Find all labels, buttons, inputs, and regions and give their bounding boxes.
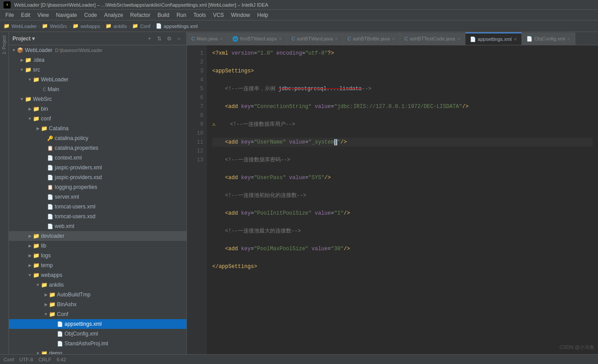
panel-sync-btn[interactable]: ⇅ bbox=[155, 35, 163, 43]
tab-close-btn[interactable]: ✕ bbox=[335, 36, 338, 41]
tab-close-btn[interactable]: ✕ bbox=[513, 37, 517, 42]
menu-item-navigate[interactable]: Navigate bbox=[53, 11, 81, 19]
breadcrumb-ankilis[interactable]: ankilis bbox=[113, 24, 127, 29]
toggle-icon: ▶ bbox=[27, 243, 33, 249]
tab-appsettings[interactable]: 📄 appsettings.xml ✕ bbox=[465, 32, 522, 45]
tree-ankilis[interactable]: ▼ 📁 ankilis bbox=[9, 280, 186, 290]
tree-label: WebLoader bbox=[25, 47, 53, 53]
menu-item-refactor[interactable]: Refactor bbox=[127, 11, 154, 19]
breadcrumb-websrc[interactable]: WebSrc bbox=[50, 24, 67, 29]
tree-label: appsettings.xml bbox=[65, 321, 101, 327]
tab-close-btn[interactable]: ✕ bbox=[279, 36, 282, 41]
tab-ashbtward[interactable]: C ashBTWard.java ✕ bbox=[287, 32, 343, 45]
tab-ashbtbottle[interactable]: C ashBTBottle.java ✕ bbox=[343, 32, 400, 45]
tree-label: AutoBuildTmp bbox=[57, 292, 90, 298]
tab-close-btn[interactable]: ✕ bbox=[219, 36, 223, 41]
project-panel-title: Project ▾ bbox=[12, 36, 144, 42]
tree-webloader-root[interactable]: ▼ 📦 WebLoader D:\jbasesvn\WebLoader bbox=[9, 45, 186, 55]
breadcrumb-webloader[interactable]: WebLoader bbox=[12, 24, 37, 29]
tab-frm[interactable]: 🌐 frmBTWard.aspx ✕ bbox=[228, 32, 287, 45]
folder-icon: 📁 bbox=[41, 350, 48, 354]
tree-label: web.xml bbox=[55, 223, 74, 229]
tree-label: catalina.properties bbox=[55, 145, 98, 151]
menu-item-code[interactable]: Code bbox=[81, 11, 101, 19]
tree-conf[interactable]: ▼ 📁 conf bbox=[9, 114, 186, 124]
menu-item-build[interactable]: Build bbox=[154, 11, 173, 19]
breadcrumb: 📁 WebLoader › 📁 WebSrc › 📁 webapps › 📁 a… bbox=[0, 20, 598, 32]
tree-tomcat-xsd[interactable]: ▶ 📄 tomcat-users.xsd bbox=[9, 212, 186, 221]
menu-item-tools[interactable]: Tools bbox=[190, 11, 210, 19]
tree-label: logging.properties bbox=[55, 184, 97, 190]
tree-standashx-iml[interactable]: ▶ 📄 StandAshxProj.iml bbox=[9, 339, 186, 348]
tree-jaspic-xml[interactable]: ▶ 📄 jaspic-providers.xml bbox=[9, 163, 186, 172]
tree-websrc[interactable]: ▼ 📁 WebSrc bbox=[9, 94, 186, 104]
menu-item-analyze[interactable]: Analyze bbox=[101, 11, 127, 19]
tree-webapps[interactable]: ▼ 📁 webapps bbox=[9, 270, 186, 280]
status-separator[interactable]: CRLF bbox=[38, 357, 51, 362]
toggle-icon: ▶ bbox=[27, 106, 33, 112]
java-tab-icon4: C bbox=[404, 36, 408, 41]
tree-tomcat-users[interactable]: ▶ 📄 tomcat-users.xml bbox=[9, 202, 186, 212]
tree-label: logs bbox=[41, 252, 51, 259]
tab-objconfig[interactable]: 📄 ObjConfig.xml ✕ bbox=[522, 32, 575, 45]
tree-server-xml[interactable]: ▶ 📄 server.xml bbox=[9, 192, 186, 202]
menu-item-file[interactable]: File bbox=[2, 11, 17, 19]
tree-bin[interactable]: ▶ 📁 bin bbox=[9, 104, 186, 114]
tab-close-btn[interactable]: ✕ bbox=[392, 36, 395, 41]
tree-context-xml[interactable]: ▶ 📄 context.xml bbox=[9, 153, 186, 163]
tree-temp[interactable]: ▶ 📁 temp bbox=[9, 260, 186, 270]
tree-autobuildtmp[interactable]: ▶ 📁 AutoBuildTmp bbox=[9, 290, 186, 300]
watermark: CSDN @小马鱼 bbox=[560, 344, 594, 351]
tree-web-xml[interactable]: ▶ 📄 web.xml bbox=[9, 221, 186, 231]
xml-tab-icon2: 📄 bbox=[526, 36, 533, 42]
tree-src[interactable]: ▼ 📁 src bbox=[9, 65, 186, 75]
tree-jaspic-xsd[interactable]: ▶ 📄 jaspic-providers.xsd bbox=[9, 172, 186, 182]
folder-icon: 📁 bbox=[33, 233, 40, 239]
tree-logs[interactable]: ▶ 📁 logs bbox=[9, 251, 186, 260]
code-editor[interactable]: <?xml version="1.0" encoding="utf-8"?> <… bbox=[207, 45, 598, 354]
breadcrumb-webapps[interactable]: webapps bbox=[81, 24, 100, 29]
tree-label: devloader bbox=[41, 233, 65, 239]
menu-item-run[interactable]: Run bbox=[173, 11, 190, 19]
tree-webloader-src[interactable]: ▼ 📁 WebLoader bbox=[9, 75, 186, 84]
tree-catalina-props[interactable]: ▶ 📋 catalina.properties bbox=[9, 143, 186, 153]
props-file-icon2: 📋 bbox=[47, 184, 53, 190]
tree-binashx[interactable]: ▶ 📁 BinAshx bbox=[9, 300, 186, 309]
breadcrumb-conf[interactable]: Conf bbox=[140, 24, 150, 29]
breadcrumb-appsettings[interactable]: appsettings.xml bbox=[164, 24, 198, 29]
menu-item-help[interactable]: Help bbox=[254, 11, 272, 19]
java-file-icon: C bbox=[43, 87, 46, 92]
menu-item-window[interactable]: Window bbox=[227, 11, 254, 19]
tree-main-java[interactable]: ▶ C Main bbox=[9, 84, 186, 94]
project-strip-label[interactable]: 1: Project bbox=[1, 32, 8, 58]
code-line-9: <!--一连接池初始化的连接数--> bbox=[212, 191, 593, 200]
tree-lib[interactable]: ▶ 📁 lib bbox=[9, 241, 186, 251]
toggle-icon: ▼ bbox=[11, 47, 17, 53]
toggle-icon: ▶ bbox=[27, 252, 33, 259]
tree-logging-props[interactable]: ▶ 📋 logging.properties bbox=[9, 182, 186, 192]
tree-objconfig[interactable]: ▶ 📄 ObjConfig.xml bbox=[9, 329, 186, 339]
tree-appsettings[interactable]: ▶ 📄 appsettings.xml bbox=[9, 319, 186, 329]
status-encoding[interactable]: UTF-8 bbox=[19, 357, 33, 362]
breadcrumb-folder-icon3: 📁 bbox=[73, 23, 79, 29]
panel-settings-btn[interactable]: ⚙ bbox=[165, 35, 173, 43]
tree-catalina[interactable]: ▶ 📁 Catalina bbox=[9, 124, 186, 133]
folder-icon: 📁 bbox=[49, 292, 56, 298]
menu-item-view[interactable]: View bbox=[34, 11, 53, 19]
tree-idea[interactable]: ▶ 📁 .idea bbox=[9, 55, 186, 65]
tab-ashbttest[interactable]: C ashBTTestCode.java ✕ bbox=[400, 32, 465, 45]
menu-item-edit[interactable]: Edit bbox=[17, 11, 34, 19]
panel-hide-btn[interactable]: – bbox=[175, 35, 183, 43]
tab-main-java[interactable]: C Main.java ✕ bbox=[187, 32, 228, 45]
menu-item-vcs[interactable]: VCS bbox=[210, 11, 228, 19]
panel-add-btn[interactable]: + bbox=[145, 35, 154, 43]
editor-content[interactable]: 1 2 3 4 5 6 7 8 9 10 11 12 13 <?xml vers… bbox=[187, 45, 598, 354]
window-title: WebLoader [D:\jbasesvn\WebLoader] – ...\… bbox=[14, 2, 268, 8]
tree-catalina-policy[interactable]: ▶ 🔑 catalina.policy bbox=[9, 133, 186, 143]
tree-devloader[interactable]: ▶ 📁 devloader bbox=[9, 231, 186, 241]
tab-close-btn[interactable]: ✕ bbox=[457, 36, 461, 41]
tab-close-btn[interactable]: ✕ bbox=[567, 36, 570, 41]
tree-demo[interactable]: ▼ 📁 demo bbox=[9, 348, 186, 354]
tree-label: WebLoader bbox=[41, 76, 69, 83]
tree-conf-dir[interactable]: ▼ 📁 Conf bbox=[9, 309, 186, 319]
